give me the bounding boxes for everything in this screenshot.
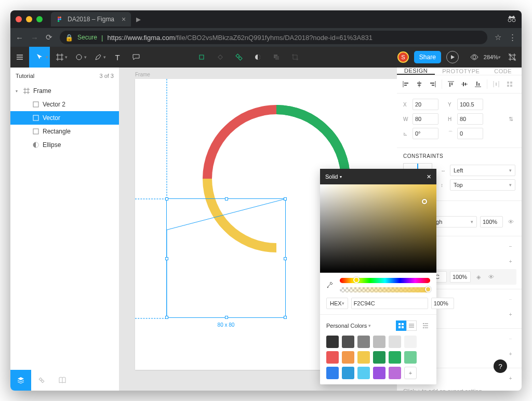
align-bottom-icon[interactable]	[471, 78, 485, 90]
color-swatch[interactable]	[389, 367, 401, 379]
component-tool-icon[interactable]	[192, 47, 211, 68]
x-input[interactable]	[413, 99, 438, 110]
alpha-slider[interactable]	[340, 287, 430, 292]
color-type-select[interactable]: Solid▾	[325, 173, 342, 180]
pen-tool-dropdown-icon[interactable]: ▾	[103, 55, 106, 60]
present-icon[interactable]	[446, 51, 459, 63]
color-swatch[interactable]	[357, 367, 370, 379]
back-icon[interactable]: ←	[16, 33, 23, 42]
url-field[interactable]: 🔒 Secure | https://www.figma.com/file/CB…	[60, 31, 487, 44]
layer-ellipse[interactable]: Ellipse	[10, 138, 119, 152]
color-hex-input[interactable]	[351, 298, 428, 309]
tab-code[interactable]: CODE	[487, 68, 519, 75]
page-name[interactable]: Tutorial	[16, 73, 34, 79]
color-swatch[interactable]	[373, 351, 385, 364]
list-view-icon[interactable]	[406, 320, 417, 331]
add-effect-icon[interactable]: +	[506, 349, 515, 358]
new-tab-icon[interactable]: ▸	[136, 14, 141, 25]
bookmark-icon[interactable]: ☆	[495, 33, 501, 42]
color-swatch[interactable]	[326, 336, 339, 348]
library-tab-icon[interactable]	[52, 370, 73, 391]
align-hcenter-icon[interactable]	[413, 78, 426, 90]
layer-vector-2[interactable]: Vector 2	[10, 98, 119, 111]
color-swatch[interactable]	[373, 367, 385, 379]
reload-icon[interactable]: ⟳	[46, 33, 52, 42]
page-count[interactable]: 3 of 3	[99, 73, 114, 79]
browser-tab[interactable]: DA2018 – Figma ×	[51, 12, 131, 26]
layers-tab-icon[interactable]	[10, 370, 31, 391]
resize-handle-sw[interactable]	[165, 316, 168, 319]
color-cursor[interactable]	[422, 199, 427, 204]
text-tool-icon[interactable]: T	[108, 47, 127, 68]
color-mode-select[interactable]: HEX▾	[326, 298, 348, 309]
minimize-window-icon[interactable]	[26, 16, 32, 22]
resize-handle-w[interactable]	[165, 257, 168, 260]
instance-tool-icon[interactable]	[230, 47, 248, 68]
frame-title[interactable]: Frame	[135, 72, 150, 77]
layer-visibility-icon[interactable]: 👁	[506, 217, 515, 226]
color-swatch[interactable]	[342, 351, 354, 364]
add-stroke-icon[interactable]: +	[506, 310, 515, 319]
close-window-icon[interactable]	[16, 16, 22, 22]
disclosure-icon[interactable]: ▾	[16, 89, 20, 93]
color-swatch[interactable]	[373, 336, 385, 348]
selection-box[interactable]	[166, 198, 286, 318]
align-top-icon[interactable]	[444, 78, 458, 90]
mask-tool-icon[interactable]	[248, 47, 267, 68]
fill-visibility-icon[interactable]: 👁	[486, 272, 496, 282]
zoom-level[interactable]: 284%	[484, 54, 498, 60]
color-swatch[interactable]	[326, 351, 339, 364]
swatch-options-icon[interactable]	[421, 321, 430, 330]
main-menu-icon[interactable]	[10, 47, 29, 68]
layer-opacity-input[interactable]	[480, 216, 503, 228]
resize-handle-e[interactable]	[284, 257, 287, 260]
grid-view-icon[interactable]	[396, 320, 406, 331]
resize-handle-n[interactable]	[225, 197, 228, 200]
color-area[interactable]	[320, 184, 436, 273]
color-swatch[interactable]	[357, 351, 370, 364]
layer-rectangle[interactable]: Rectangle	[10, 125, 119, 138]
close-tab-icon[interactable]: ×	[122, 15, 126, 23]
remove-fill-icon[interactable]: −	[506, 242, 515, 251]
rotation-input[interactable]	[413, 128, 438, 139]
align-right-icon[interactable]	[426, 78, 440, 90]
help-button[interactable]: ?	[494, 359, 507, 373]
resize-handle-ne[interactable]	[284, 197, 287, 200]
add-export-icon[interactable]: +	[506, 373, 515, 383]
move-tool-dropdown-icon[interactable]: ▾	[46, 55, 48, 60]
swatch-library-select[interactable]: Personal Colors ▾	[326, 320, 371, 331]
vert-constraint-select[interactable]: Top▾	[450, 179, 515, 191]
pixel-preview-icon[interactable]	[503, 47, 522, 68]
fill-style-icon[interactable]: ◈	[474, 272, 483, 282]
tab-design[interactable]: DESIGN	[397, 68, 435, 75]
view-settings-icon[interactable]	[465, 47, 484, 68]
color-swatch[interactable]	[389, 351, 401, 364]
constrain-proportions-icon[interactable]: ⇅	[506, 114, 515, 124]
resize-handle-se[interactable]	[284, 316, 287, 319]
add-fill-icon[interactable]: +	[506, 257, 515, 266]
color-swatch[interactable]	[326, 367, 339, 379]
align-left-icon[interactable]	[399, 78, 413, 90]
color-swatch[interactable]	[342, 367, 354, 379]
layer-vector[interactable]: Vector	[10, 111, 119, 125]
horiz-constraint-select[interactable]: Left▾	[450, 165, 515, 176]
y-input[interactable]	[457, 99, 483, 110]
color-swatch[interactable]	[404, 336, 417, 348]
browser-menu-icon[interactable]: ⋮	[509, 33, 516, 42]
color-swatch[interactable]	[357, 336, 370, 348]
assets-tab-icon[interactable]	[31, 370, 52, 391]
zoom-dropdown-icon[interactable]: ▾	[498, 55, 501, 60]
shape-tool-dropdown-icon[interactable]: ▾	[84, 55, 87, 60]
share-button[interactable]: Share	[414, 51, 441, 63]
hue-slider[interactable]	[340, 278, 430, 283]
comment-tool-icon[interactable]	[127, 47, 145, 68]
fullscreen-window-icon[interactable]	[36, 16, 43, 22]
fill-opacity-input[interactable]	[450, 271, 471, 283]
frame-tool-dropdown-icon[interactable]: ▾	[65, 55, 68, 60]
width-input[interactable]	[413, 113, 438, 125]
corner-radius-input[interactable]	[457, 128, 483, 139]
color-swatch[interactable]	[389, 336, 401, 348]
resize-handle-nw[interactable]	[165, 197, 168, 200]
add-swatch-button[interactable]: +	[404, 367, 417, 379]
height-input[interactable]	[457, 113, 483, 125]
